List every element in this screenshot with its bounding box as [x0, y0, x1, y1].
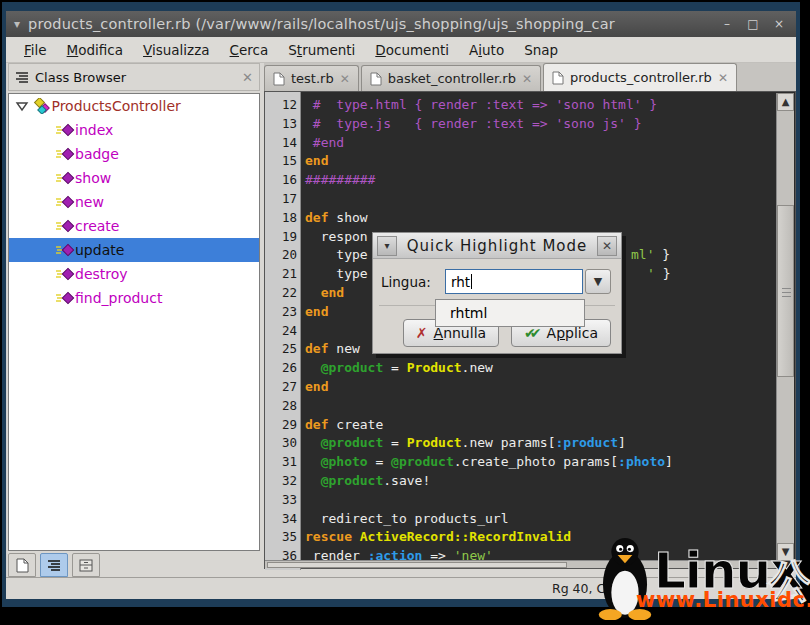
expander-icon[interactable]	[15, 100, 29, 112]
horizontal-scrollbar[interactable]	[265, 560, 777, 568]
line-number: 18	[265, 208, 297, 227]
method-icon	[55, 147, 75, 161]
window-title: products_controller.rb (/var/www/rails/l…	[28, 16, 710, 32]
menu-item-snap[interactable]: Snap	[514, 39, 568, 61]
code-line-33: 33	[265, 490, 777, 509]
tab-label: test.rb	[291, 71, 334, 86]
autocomplete-item[interactable]: rhtml	[436, 305, 487, 321]
sidebar-tab-files-icon[interactable]	[72, 553, 100, 577]
tab-basket_controller-rb[interactable]: basket_controller.rb✕	[361, 65, 541, 91]
sidebar-tab-document-icon[interactable]	[8, 553, 36, 577]
minimize-button[interactable]: –	[718, 16, 736, 32]
cursor-position-text: Rg 40, Co	[552, 581, 613, 596]
menu-item-visualizza[interactable]: Visualizza	[133, 39, 220, 61]
code-line-14: 14 #end	[265, 133, 777, 152]
tree-item-update[interactable]: update	[9, 238, 259, 262]
tab-close-icon[interactable]: ✕	[522, 72, 532, 86]
code-text: redirect_to products_url	[305, 509, 509, 528]
code-line-29: 29def create	[265, 415, 777, 434]
code-text: end	[305, 302, 328, 321]
tree-item-label: destroy	[75, 266, 128, 282]
tree-item-find_product[interactable]: find_product	[9, 286, 259, 310]
code-line-26: 26 @product = Product.new	[265, 358, 777, 377]
scrollbar-thumb[interactable]	[777, 205, 794, 377]
dialog-title: Quick Highlight Mode	[397, 237, 597, 255]
language-input[interactable]: rht	[445, 269, 583, 294]
menu-item-documenti[interactable]: Documenti	[365, 39, 459, 61]
tab-test-rb[interactable]: test.rb✕	[264, 65, 359, 91]
line-number: 19	[265, 227, 297, 246]
line-number: 12	[265, 95, 297, 114]
window-menu-icon[interactable]: ▾	[6, 17, 28, 31]
line-number: 28	[265, 396, 297, 415]
tree-item-label: update	[75, 242, 124, 258]
combo-dropdown-icon[interactable]: ▼	[585, 269, 611, 294]
code-line-18: 18def show	[265, 208, 777, 227]
code-text: @photo = @product.create_photo params[:p…	[305, 452, 673, 471]
scroll-up-icon[interactable]: ▲	[777, 93, 794, 111]
code-line-13: 13 # type.js { render :text => 'sono js'…	[265, 114, 777, 133]
tree-item-label: ProductsController	[51, 98, 180, 114]
close-button[interactable]: ×	[770, 16, 788, 32]
line-number: 34	[265, 509, 297, 528]
menu-item-aiuto[interactable]: Aiuto	[459, 39, 514, 61]
maximize-button[interactable]: □	[744, 16, 762, 32]
menu-item-strumenti[interactable]: Strumenti	[278, 39, 365, 61]
code-text: respon	[305, 227, 368, 246]
dialog-title-bar[interactable]: ▾ Quick Highlight Mode ✕	[373, 233, 621, 259]
language-label: Lingua:	[381, 274, 445, 290]
tree-item-show[interactable]: show	[9, 166, 259, 190]
line-number: 25	[265, 339, 297, 358]
list-icon	[15, 71, 29, 83]
tab-close-icon[interactable]: ✕	[340, 72, 350, 86]
cancel-x-icon: ✗	[416, 325, 428, 341]
line-number: 33	[265, 490, 297, 509]
tree-item-new[interactable]: new	[9, 190, 259, 214]
tab-label: products_controller.rb	[570, 70, 712, 85]
tree-item-create[interactable]: create	[9, 214, 259, 238]
tree-item-label: create	[75, 218, 119, 234]
line-number: 22	[265, 283, 297, 302]
sidebar-close-icon[interactable]: ✕	[242, 70, 253, 85]
scroll-down-icon[interactable]: ▼	[777, 543, 794, 561]
document-icon	[273, 72, 285, 86]
dialog-menu-icon[interactable]: ▾	[377, 236, 397, 256]
sidebar-tab-symbols-icon[interactable]	[40, 553, 68, 577]
menu-item-file[interactable]: File	[14, 39, 57, 61]
vertical-scrollbar[interactable]: ▲ ▼	[776, 93, 794, 561]
code-line-16: 16#########	[265, 170, 777, 189]
menu-item-cerca[interactable]: Cerca	[220, 39, 279, 61]
text-caret	[471, 274, 472, 289]
code-text: rescue ActiveRecord::RecordInvalid	[305, 527, 571, 546]
dialog-close-icon[interactable]: ✕	[597, 236, 617, 256]
menu-item-modifica[interactable]: Modifica	[57, 39, 133, 61]
method-icon	[55, 195, 75, 209]
tree-item-label: badge	[75, 146, 119, 162]
sidebar-title: Class Browser	[29, 70, 242, 85]
method-icon	[55, 291, 75, 305]
code-line-27: 27end	[265, 377, 777, 396]
code-text: type' }	[305, 264, 368, 283]
line-number: 35	[265, 527, 297, 546]
code-text: @product.save!	[305, 471, 430, 490]
tree-item-badge[interactable]: badge	[9, 142, 259, 166]
sidebar-bottom-tabs	[8, 553, 100, 577]
title-bar[interactable]: ▾ products_controller.rb (/var/www/rails…	[6, 11, 796, 37]
code-text: end	[305, 377, 328, 396]
code-line-32: 32 @product.save!	[265, 471, 777, 490]
tree-item-productscontroller[interactable]: ProductsController	[9, 94, 259, 118]
tab-label: basket_controller.rb	[388, 71, 516, 86]
line-number: 17	[265, 189, 297, 208]
code-text: #########	[305, 170, 375, 189]
line-number: 23	[265, 302, 297, 321]
hscrollbar-thumb[interactable]	[267, 562, 567, 568]
tree-item-index[interactable]: index	[9, 118, 259, 142]
line-number: 24	[265, 321, 297, 340]
apply-check-icon: ✔✔	[524, 325, 540, 341]
tab-products_controller-rb[interactable]: products_controller.rb✕	[543, 63, 737, 91]
tab-close-icon[interactable]: ✕	[718, 71, 728, 85]
code-text: @product = Product.new	[305, 358, 493, 377]
method-icon	[55, 171, 75, 185]
tree-item-destroy[interactable]: destroy	[9, 262, 259, 286]
code-text: end	[305, 151, 328, 170]
